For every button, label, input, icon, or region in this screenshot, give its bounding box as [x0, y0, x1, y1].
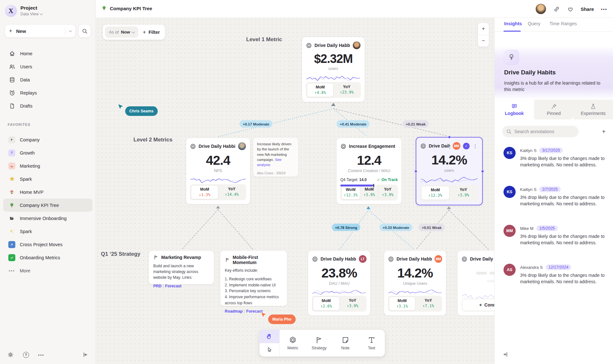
- stat-mom[interactable]: MoM ↑3.9%: [360, 186, 378, 200]
- note-tool-button[interactable]: Note: [332, 330, 359, 356]
- project-view-switcher[interactable]: Data View: [20, 12, 42, 16]
- metric-card-selected[interactable]: Drive Daily Habb.. MM ✓ ⋮ 14.2% users Mo…: [416, 137, 483, 205]
- strategy-card-marketing-revamp[interactable]: Marketing Revamp Build and launch a new …: [148, 250, 214, 284]
- search-button[interactable]: [78, 24, 91, 38]
- subtab-pinned[interactable]: Pinned: [534, 100, 574, 119]
- sidebar-item-cross-project-moves[interactable]: Cross Project Moves: [3, 238, 93, 251]
- panel-tabs: Insights Query Time Ranges: [495, 18, 613, 32]
- metric-tool-button[interactable]: Metric: [280, 330, 306, 356]
- annotation-date[interactable]: 3/17/2025: [539, 148, 563, 153]
- strategy-card-mobile-first[interactable]: Mobile-First Momentum Key efforts includ…: [220, 250, 287, 306]
- metric-card-nps[interactable]: Drive Daily Habbits 42.4 NPS MoM ↓1.3%: [186, 138, 250, 204]
- forecast-link[interactable]: Forecast: [165, 284, 181, 288]
- connect-label: Connect: [484, 302, 494, 307]
- sidebar-item-spark[interactable]: Spark: [3, 172, 93, 186]
- annotation-text: 3% drop likely due to the changes made t…: [520, 272, 608, 285]
- card-menu-button[interactable]: ⋮: [472, 144, 478, 148]
- subtab-logbook[interactable]: Logbook: [495, 100, 534, 119]
- connect-button[interactable]: + Connect: [462, 299, 494, 311]
- sidebar-item-immersive-onboarding[interactable]: Immersive Onboarding: [3, 212, 93, 225]
- tab-query[interactable]: Query: [528, 21, 541, 26]
- stat-yoy[interactable]: YoY ↑23.9%: [334, 83, 360, 97]
- stat-yoy[interactable]: YoY ↑14.4%: [218, 185, 245, 199]
- sidebar-item-onboarding-metrics[interactable]: Onboarding Metrics: [3, 251, 93, 264]
- canvas-note[interactable]: Increase likely driven by the launch of …: [253, 138, 298, 177]
- annotation-date[interactable]: 2/7/2025: [539, 186, 561, 192]
- stat-yoy[interactable]: YoY ↑3.9%: [340, 297, 366, 311]
- metric-icon: [461, 256, 467, 262]
- stat-mom[interactable]: MoM ↓1.3%: [191, 185, 218, 199]
- as-of-dropdown[interactable]: As of Now: [105, 27, 138, 38]
- metric-card-root[interactable]: Drive Daily Habbits $2.32M users MoM ↑4.…: [302, 37, 365, 102]
- resize-handle-left[interactable]: [414, 170, 417, 173]
- sidebar-item-data[interactable]: Data: [3, 73, 93, 86]
- sidebar-item-replays[interactable]: Replays: [3, 87, 93, 99]
- metric-card-engagement[interactable]: Increase Engagement 12.4 Content Creatio…: [336, 138, 402, 204]
- help-button[interactable]: ?: [22, 351, 30, 359]
- metric-card-partial[interactable]: Drive Daily Hab + Connect: [457, 250, 494, 316]
- more-options-button[interactable]: •••: [37, 351, 45, 359]
- sidebar-item-marketing[interactable]: Marketing: [3, 159, 93, 172]
- sidebar-item-more[interactable]: ••• More: [3, 264, 93, 277]
- metric-icon: [388, 256, 394, 262]
- sidebar-item-drafts[interactable]: Drafts: [3, 100, 93, 112]
- tab-time-ranges[interactable]: Time Ranges: [549, 21, 577, 26]
- stat-yoy[interactable]: YoY ↑7.1%: [415, 297, 441, 311]
- collapse-panel-button[interactable]: [502, 351, 509, 358]
- subtab-label: Pinned: [547, 111, 561, 116]
- share-button[interactable]: Share: [581, 6, 594, 12]
- zoom-in-button[interactable]: +: [478, 23, 489, 35]
- resize-handle-right[interactable]: [481, 170, 484, 173]
- search-annotations-input[interactable]: [502, 126, 579, 137]
- prd-link[interactable]: PRD: [153, 284, 162, 288]
- subtab-experiments[interactable]: Experiments: [573, 100, 613, 119]
- stat-yoy[interactable]: YoY ↑3.9%: [378, 186, 397, 200]
- kpi-tree-canvas[interactable]: Level 1 Metric Level 2 Metrics Q1 ‘25 St…: [96, 18, 494, 364]
- zoom-out-button[interactable]: −: [478, 35, 489, 47]
- resize-handle-top[interactable]: [448, 136, 451, 139]
- stat-mom[interactable]: MoM ↑3.1%: [389, 297, 415, 311]
- new-button[interactable]: + New: [5, 24, 76, 38]
- tab-insights[interactable]: Insights: [504, 21, 522, 26]
- annotation-date[interactable]: 12/17/2024: [546, 264, 571, 270]
- add-annotation-button[interactable]: +: [602, 128, 606, 135]
- check-icon: ✓: [377, 178, 380, 182]
- sidebar-item-company-kpi-tree[interactable]: Company KPI Tree: [3, 199, 93, 212]
- stat-mom[interactable]: MoM ↑4.8%: [307, 83, 334, 97]
- user-avatar[interactable]: [535, 4, 546, 14]
- hand-tool-button[interactable]: [260, 330, 279, 343]
- sidebar-item-users[interactable]: Users: [3, 60, 93, 73]
- strategy-tool-button[interactable]: Strategy: [306, 330, 332, 356]
- link-icon[interactable]: [553, 6, 560, 12]
- stat-value: ↑12.3%: [421, 193, 449, 198]
- sidebar-item-home[interactable]: Home: [3, 47, 93, 60]
- text-tool-button[interactable]: Text: [359, 330, 385, 356]
- more-menu-button[interactable]: •••: [601, 7, 607, 11]
- annotation-author: Mike M: [520, 226, 534, 231]
- sidebar-item-company[interactable]: Company: [3, 133, 93, 146]
- sparkles-icon: [8, 228, 15, 235]
- sidebar-item-home-mvp[interactable]: Home MVP: [3, 186, 93, 199]
- select-tool-button[interactable]: [260, 343, 279, 357]
- annotation-date[interactable]: 1/5/2025: [536, 225, 558, 231]
- metric-card-dau[interactable]: Drive Daily Habbits LT 23.8% DAU / MAU M…: [308, 250, 371, 316]
- roadmap-link[interactable]: Roadmap: [225, 309, 243, 314]
- stat-wow[interactable]: WoW ↑12.3%: [341, 186, 360, 200]
- favorite-heart-icon[interactable]: [567, 6, 574, 12]
- metric-card-unique-users[interactable]: Drive Daily Habbits MM 14.2% Unique User…: [384, 250, 446, 316]
- forecast-link[interactable]: Forecast: [246, 309, 262, 314]
- stat-mom[interactable]: MoM ↑2.6%: [313, 297, 340, 311]
- stat-value: ↑14.4%: [218, 192, 245, 197]
- star-icon: [8, 176, 15, 183]
- stat-mom[interactable]: MoM ↑12.3%: [421, 186, 450, 200]
- sidebar-item-growth[interactable]: Growth: [3, 146, 93, 159]
- collapse-sidebar-button[interactable]: [81, 351, 89, 359]
- settings-button[interactable]: [6, 351, 15, 359]
- sidebar-item-spark-2[interactable]: Spark: [3, 225, 93, 238]
- status-badge: ✓On Track: [377, 178, 398, 182]
- collaborator-cursor-chris: Chris Seams: [117, 103, 125, 110]
- sidebar-item-label: Marketing: [20, 163, 40, 169]
- stat-yoy[interactable]: YoY ↑3.9%: [450, 186, 477, 200]
- app-logo[interactable]: X: [5, 5, 17, 17]
- filter-button[interactable]: + Filter: [143, 29, 160, 35]
